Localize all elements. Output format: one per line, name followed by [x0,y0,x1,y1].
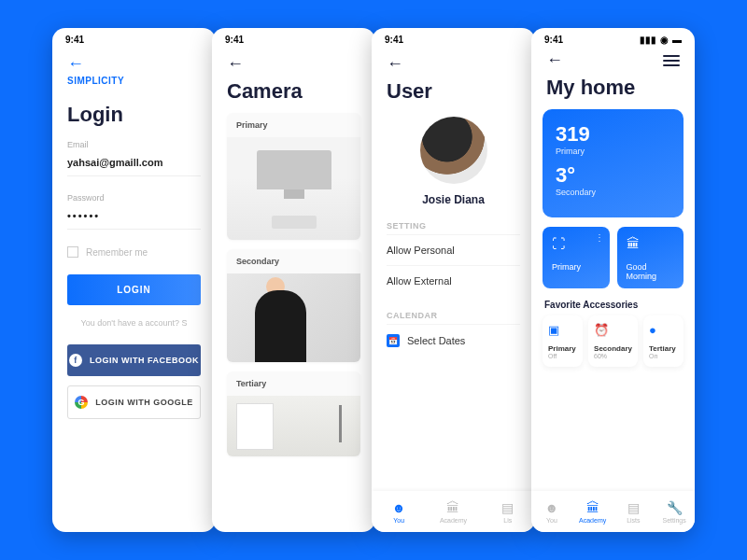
tab-settings[interactable]: 🔧Settings [654,491,695,532]
page-title: Login [67,103,201,127]
fullscreen-icon: ⛶ [552,236,600,251]
facebook-login-button[interactable]: f LOGIN WITH FACEBOOK [67,344,201,376]
summary-value-2: 3° [556,163,670,188]
remember-me-row[interactable]: Remember me [67,246,201,258]
user-screen: 9:41 ← User Josie Diana SETTING Allow Pe… [372,28,535,532]
brand-label: SIMPLICITY [67,76,201,86]
camera-label: Secondary [227,249,360,273]
page-title: My home [546,76,680,100]
status-time: 9:41 [544,35,563,45]
password-label: Password [67,193,201,203]
camera-label: Primary [227,113,360,137]
tab-you[interactable]: ☻You [531,491,572,532]
back-icon[interactable]: ← [387,54,520,74]
select-dates-row[interactable]: 📅 Select Dates [387,324,520,357]
accessory-sub: Off [548,353,577,359]
wrench-icon: 🔧 [667,500,683,515]
status-time: 9:41 [65,35,84,45]
tab-academy[interactable]: 🏛Academy [572,491,613,532]
camera-card-primary[interactable]: Primary [227,113,360,240]
accessory-sub: 60% [594,353,632,359]
signup-hint[interactable]: You don't have a account? S [67,318,201,328]
list-icon: ▤ [627,500,640,515]
allow-personal-row[interactable]: Allow Personal [387,234,520,265]
google-icon: G [75,396,88,409]
accessory-title: Primary [548,344,577,353]
battery-icon: ▬ [672,35,682,45]
camera-thumbnail [227,273,360,362]
user-icon: ☻ [545,500,559,515]
camera-screen: 9:41 ← Camera Primary Secondary Tertiary [212,28,375,532]
accessory-primary[interactable]: ▣ Primary Off [543,315,583,367]
accessory-sub: On [649,353,678,359]
mini-card-morning[interactable]: 🏛 Good Morning [617,227,684,288]
facebook-label: LOGIN WITH FACEBOOK [90,356,199,365]
accessory-secondary[interactable]: ⏰ Secondary 60% [588,315,638,367]
allow-external-row[interactable]: Allow External [387,265,520,296]
remember-label: Remember me [86,247,148,258]
login-button[interactable]: LOGIN [67,274,201,305]
camera-thumbnail [227,396,360,456]
facebook-icon: f [69,354,82,367]
status-bar: 9:41 [52,28,216,50]
bank-icon: 🏛 [446,500,459,515]
mini-label: Primary [552,262,581,272]
section-setting-label: SETTING [387,221,520,231]
list-icon: ▤ [501,500,514,515]
camera-card-secondary[interactable]: Secondary [227,249,360,362]
status-time: 9:41 [385,35,403,45]
tab-lists[interactable]: ▤Lis [481,491,535,532]
user-avatar[interactable] [420,117,487,184]
summary-value-1: 319 [556,122,670,147]
back-icon[interactable]: ← [67,54,201,74]
google-login-button[interactable]: G LOGIN WITH GOOGLE [67,385,201,419]
status-bar: 9:41 [372,28,535,50]
status-time: 9:41 [225,35,244,45]
section-calendar-label: CALENDAR [387,311,520,320]
select-dates-label: Select Dates [407,335,465,346]
accessory-title: Tertiary [649,344,678,353]
user-icon: ☻ [392,500,406,515]
wifi-icon: ◉ [660,35,669,45]
email-input[interactable] [67,153,201,176]
signal-icon: ▮▮▮ [640,35,656,45]
status-bar: 9:41 ▮▮▮ ◉ ▬ [531,28,695,50]
clock-icon: ⏰ [594,323,632,337]
accessory-title: Secondary [594,344,632,353]
status-indicators: ▮▮▮ ◉ ▬ [640,35,682,45]
more-icon[interactable]: ⋮ [595,232,604,243]
home-screen: 9:41 ▮▮▮ ◉ ▬ ← My home 319 Primary 3° Se… [531,28,695,532]
email-label: Email [67,140,201,149]
back-icon[interactable]: ← [227,54,360,74]
summary-label-2: Secondary [556,188,670,197]
camera-label: Tertiary [227,371,360,396]
remember-checkbox[interactable] [67,246,78,258]
tab-academy[interactable]: 🏛Academy [426,491,480,532]
mini-label: Good Morning [627,262,657,281]
tab-lists[interactable]: ▤Lists [613,491,655,532]
person-icon: ● [649,323,678,337]
favorites-label: Favorite Accessories [531,288,695,315]
page-title: User [387,79,520,104]
bottom-tabbar: ☻You 🏛Academy ▤Lists 🔧Settings [531,491,695,532]
mini-card-primary[interactable]: ⋮ ⛶ Primary [543,227,610,288]
tab-you[interactable]: ☻You [372,491,426,532]
summary-card[interactable]: 319 Primary 3° Secondary [543,109,684,217]
menu-icon[interactable] [663,55,680,66]
status-bar: 9:41 [212,28,375,50]
login-screen: 9:41 ← SIMPLICITY Login Email Password •… [52,28,216,532]
calendar-icon: 📅 [387,334,400,347]
accessory-tertiary[interactable]: ● Tertiary On [643,315,684,367]
bank-icon: 🏛 [586,500,599,515]
google-label: LOGIN WITH GOOGLE [95,398,193,407]
camera-card-tertiary[interactable]: Tertiary [227,371,360,456]
summary-label-1: Primary [556,147,670,156]
bank-icon: 🏛 [627,236,675,251]
page-title: Camera [227,79,360,104]
back-icon[interactable]: ← [546,50,563,70]
user-name: Josie Diana [387,193,520,206]
password-input[interactable]: •••••• [67,206,201,230]
camera-thumbnail [227,137,360,240]
bottom-tabbar: ☻You 🏛Academy ▤Lis [372,491,535,532]
card-icon: ▣ [548,323,577,337]
